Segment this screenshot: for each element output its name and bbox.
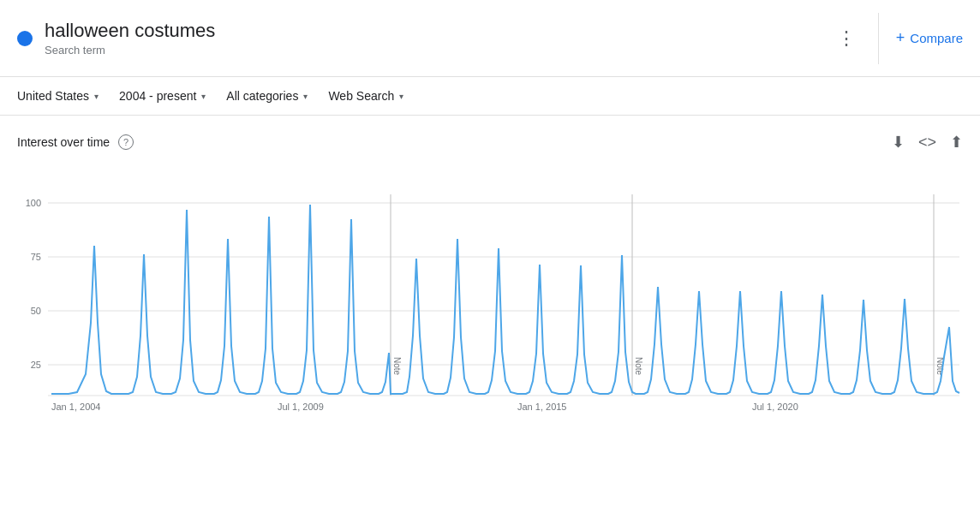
region-label: United States [17,89,89,103]
compare-label: Compare [910,31,963,45]
svg-text:Note: Note [392,357,402,376]
download-button[interactable]: ⬇ [892,133,905,152]
region-filter[interactable]: United States ▾ [17,86,99,106]
svg-text:Jan 1, 2015: Jan 1, 2015 [517,402,567,412]
svg-text:Jul 1, 2009: Jul 1, 2009 [278,402,324,412]
search-term-subtitle: Search term [45,44,105,57]
search-term-title: halloween costumes [45,20,215,42]
svg-text:Jul 1, 2020: Jul 1, 2020 [752,402,798,412]
filters-bar: United States ▾ 2004 - present ▾ All cat… [0,77,980,116]
svg-text:Note: Note [634,357,643,376]
header-actions: ⋮ + Compare [832,13,963,64]
chart-header: Interest over time ? ⬇ <> ⬆ [17,133,963,152]
embed-button[interactable]: <> [918,134,936,152]
search-type-chevron-icon: ▾ [399,92,403,101]
svg-text:50: 50 [31,306,41,316]
search-term-text: halloween costumes Search term [45,20,215,57]
search-type-filter[interactable]: Web Search ▾ [328,86,403,106]
svg-text:Jan 1, 2004: Jan 1, 2004 [51,402,101,412]
time-range-label: 2004 - present [119,89,196,103]
chart-actions: ⬇ <> ⬆ [892,133,963,152]
chart-section: Interest over time ? ⬇ <> ⬆ 100 75 50 25… [0,116,980,429]
search-type-label: Web Search [328,89,394,103]
chart-wrapper: 100 75 50 25 Jan 1, 2004 Jul 1, 2009 Jan… [17,169,963,420]
interest-over-time-chart: 100 75 50 25 Jan 1, 2004 Jul 1, 2009 Jan… [17,169,963,417]
header: halloween costumes Search term ⋮ + Compa… [0,0,980,77]
chart-title-group: Interest over time ? [17,134,134,150]
svg-text:75: 75 [31,252,41,262]
category-filter[interactable]: All categories ▾ [226,86,308,106]
compare-button[interactable]: + Compare [896,29,963,47]
category-label: All categories [226,89,298,103]
time-range-filter[interactable]: 2004 - present ▾ [119,86,206,106]
category-chevron-icon: ▾ [303,92,308,101]
region-chevron-icon: ▾ [94,92,99,101]
svg-text:100: 100 [26,198,41,208]
help-icon[interactable]: ? [118,134,134,150]
header-divider [878,13,879,64]
compare-plus-icon: + [896,29,905,47]
time-range-chevron-icon: ▾ [201,92,206,101]
chart-title: Interest over time [17,135,110,149]
share-button[interactable]: ⬆ [950,133,963,152]
more-options-button[interactable]: ⋮ [832,22,861,55]
svg-text:25: 25 [31,360,41,370]
term-color-indicator [17,31,33,46]
search-term-block: halloween costumes Search term [17,20,832,57]
